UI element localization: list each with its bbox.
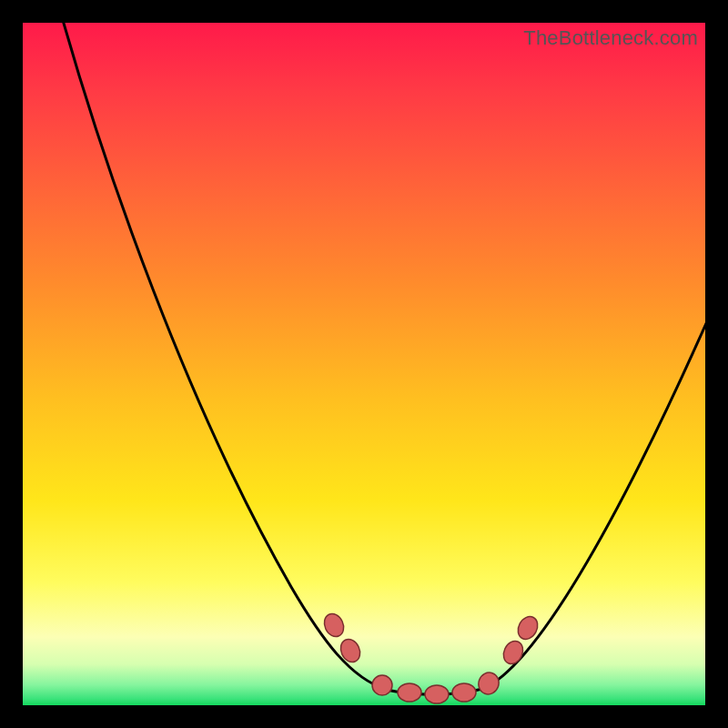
- curve-marker: [372, 675, 392, 695]
- curve-marker: [425, 685, 449, 703]
- right-curve-segment: [482, 305, 705, 689]
- curve-marker: [398, 683, 421, 702]
- curve-marker: [476, 670, 502, 697]
- curve-marker: [320, 611, 347, 640]
- bottleneck-curve: [23, 23, 705, 705]
- left-curve-segment: [61, 23, 387, 690]
- chart-plot-area: TheBottleneck.com: [23, 23, 705, 705]
- curve-marker: [452, 683, 476, 702]
- curve-marker: [337, 636, 363, 665]
- curve-marker: [500, 638, 526, 667]
